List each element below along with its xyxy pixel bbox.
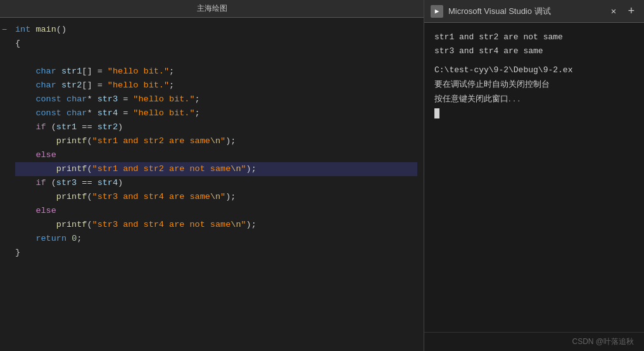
code-line-5: char str2[] = "hello bit.";: [15, 79, 417, 93]
console-output-2: str3 and str4 are same: [434, 44, 634, 58]
code-line-6: const char* str3 = "hello bit.";: [15, 93, 417, 106]
code-line-10: else: [15, 148, 417, 162]
code-line-7: const char* str4 = "hello bit.";: [15, 106, 417, 120]
code-line-17: }: [15, 246, 417, 260]
code-header: 主海绘图: [0, 0, 424, 18]
code-line-8: if (str1 == str2): [15, 120, 417, 134]
console-add-tab-button[interactable]: +: [625, 5, 638, 18]
console-close-button[interactable]: ✕: [607, 6, 620, 16]
code-line-15: printf("str3 and str4 are not same\n");: [15, 218, 417, 232]
console-icon: ▶: [431, 5, 443, 18]
console-chinese-2: 按任意键关闭此窗口. . .: [434, 92, 634, 106]
console-icon-symbol: ▶: [435, 7, 439, 15]
console-cursor-line: [434, 106, 634, 120]
code-line-12: if (str3 == str4): [15, 176, 417, 190]
console-chinese-1: 要在调试停止时自动关闭控制台: [434, 77, 634, 92]
code-content: − int main(: [0, 18, 424, 351]
code-lines-container: int main() { char str1[] = "hello bit.";…: [9, 18, 424, 351]
code-line-13: printf("str3 and str4 are same\n");: [15, 190, 417, 204]
code-panel: 主海绘图 −: [0, 0, 424, 351]
console-body: str1 and str2 are not same str3 and str4…: [424, 23, 644, 332]
console-panel: ▶ Microsoft Visual Studio 调试 ✕ + str1 an…: [424, 0, 644, 351]
code-line-1: int main(): [15, 23, 417, 37]
code-header-title: 主海绘图: [197, 3, 227, 14]
console-header: ▶ Microsoft Visual Studio 调试 ✕ +: [424, 0, 644, 23]
code-line-14: else: [15, 204, 417, 218]
code-line-9: printf("str1 and str2 are same\n");: [15, 134, 417, 148]
code-line-16: return 0;: [15, 232, 417, 246]
console-path: C:\test-cyy\9-2\Debug\9-2.ex: [434, 63, 634, 77]
console-output-1: str1 and str2 are not same: [434, 30, 634, 44]
code-line-4: char str1[] = "hello bit.";: [15, 65, 417, 79]
code-line-3: [15, 51, 417, 65]
watermark-text: CSDN @叶落追秋: [572, 337, 634, 346]
code-line-2: {: [15, 37, 417, 51]
code-line-11: printf("str1 and str2 are not same\n");: [15, 162, 417, 176]
console-cursor: [434, 108, 439, 118]
console-footer: CSDN @叶落追秋: [424, 332, 644, 351]
console-title: Microsoft Visual Studio 调试: [448, 6, 602, 17]
code-gutter: −: [0, 18, 9, 351]
